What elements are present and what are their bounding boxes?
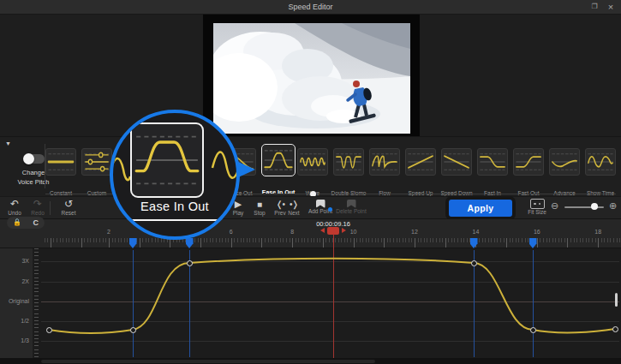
reset-label: Reset — [53, 210, 84, 216]
preset-wave[interactable]: Wave — [297, 148, 328, 176]
ruler-number: 16 — [534, 229, 540, 235]
preset-thumbnail[interactable] — [333, 148, 364, 176]
ruler-number: 14 — [472, 229, 479, 235]
preset-thumbnail[interactable] — [297, 148, 328, 176]
speed-curve-editor[interactable]: 3X2XOriginal1/21/31/4 — [0, 248, 621, 358]
toolbar: ↶ Undo ↷ Redo ↺ Reset ▶ Play ■ Stop ❬• P… — [0, 196, 621, 219]
ruler-number: 2 — [107, 229, 110, 235]
preset-custom[interactable]: Custom — [81, 148, 112, 176]
voice-pitch-label-line2: Voice Pitch — [5, 178, 62, 186]
preset-thumbnail[interactable] — [477, 148, 508, 176]
horizontal-scrollbar-track[interactable] — [0, 358, 621, 364]
preset-thumbnail[interactable] — [405, 148, 436, 176]
fit-size-button[interactable]: Fit Size — [522, 199, 552, 215]
zoom-out-icon[interactable]: ⊖ — [551, 200, 558, 212]
reset-button[interactable]: ↺ Reset — [53, 199, 84, 216]
add-point-flag-icon — [316, 200, 325, 208]
preset-speed-down[interactable]: Speed Down — [441, 148, 472, 176]
speed-curve — [0, 248, 621, 358]
ruler-number: 18 — [594, 229, 601, 235]
fit-size-label: Fit Size — [522, 209, 552, 215]
preset-thumbnail[interactable] — [549, 148, 580, 176]
keyframe-dot[interactable] — [530, 327, 536, 333]
keyframe-dot[interactable] — [46, 327, 52, 333]
preset-ease-in-out[interactable]: Ease In Out — [261, 144, 296, 176]
delete-point-button[interactable]: Delete Point — [336, 199, 367, 214]
redo-button[interactable]: ↷ Redo — [22, 199, 53, 216]
ruler-number: 6 — [230, 229, 233, 235]
keyframe-dot[interactable] — [612, 326, 618, 332]
ruler-number: 8 — [290, 229, 294, 235]
close-icon[interactable]: × — [603, 0, 618, 15]
preset-thumbnail[interactable] — [45, 148, 76, 176]
window-title: Speed Editor — [0, 0, 621, 15]
magnified-ease-in-out-curve — [132, 124, 202, 196]
ruler-number: 12 — [411, 229, 418, 235]
preset-thumbnail[interactable] — [369, 148, 400, 176]
redo-label: Redo — [22, 210, 53, 216]
toggle-knob[interactable] — [23, 153, 34, 164]
delete-point-flag-icon — [347, 200, 356, 208]
magnified-scrollbar-line — [120, 219, 230, 221]
add-point-button[interactable]: Add Point — [305, 199, 336, 214]
collapse-triangle-icon[interactable]: ▼ — [5, 140, 11, 146]
redo-icon: ↷ — [22, 199, 53, 210]
playhead-right-arrow-icon[interactable] — [342, 228, 346, 233]
preset-speed-up[interactable]: Speed Up — [405, 148, 436, 176]
magnifier-label: Ease In Out — [113, 200, 236, 213]
loop-icon[interactable]: C — [33, 218, 39, 228]
add-point-plus-dot — [328, 207, 332, 212]
zoom-in-icon[interactable]: ⊕ — [609, 200, 617, 212]
lock-icon[interactable]: 🔒 — [13, 218, 21, 228]
preset-fast-in[interactable]: Fast In — [477, 148, 508, 176]
delete-point-label: Delete Point — [336, 208, 367, 214]
reset-icon: ↺ — [53, 199, 84, 210]
speed-editor-window: Speed Editor ❐ × — [0, 0, 621, 364]
lock-loop-pill: 🔒 C — [7, 217, 45, 229]
preset-fast-out[interactable]: Fast Out — [513, 148, 544, 176]
vertical-scrollbar-handle[interactable] — [615, 293, 618, 307]
preset-thumbnail[interactable] — [261, 144, 296, 176]
preset-constant[interactable]: Constant — [45, 148, 76, 176]
video-frame — [203, 15, 420, 136]
horizontal-scrollbar-handle[interactable] — [41, 360, 375, 363]
playhead-line-upper — [333, 234, 334, 248]
zoom-slider-track[interactable] — [564, 206, 604, 208]
zoom-slider-knob[interactable] — [591, 203, 598, 210]
ruler-number: 10 — [350, 229, 357, 235]
preset-advance[interactable]: Advance — [549, 148, 580, 176]
magnified-left-neighbor-fragment — [110, 144, 130, 195]
preset-area: ▼ Change Voice Pitch Constant Custom — [0, 136, 621, 196]
keyframe-dot[interactable] — [130, 327, 136, 333]
magnifier-lens: Ease In Out — [110, 110, 240, 240]
preset-thumbnail[interactable] — [513, 148, 544, 176]
preset-double-slomo[interactable]: Double Slomo — [333, 148, 364, 176]
magnifier-pointer-arrow-icon — [236, 161, 255, 178]
video-preview-snowboarder — [213, 23, 410, 134]
fit-size-icon — [530, 199, 545, 209]
title-bar: Speed Editor ❐ × — [0, 0, 621, 15]
keyframe-dot[interactable] — [471, 260, 477, 266]
preset-thumbnail[interactable] — [441, 148, 472, 176]
time-ruler[interactable]: 00:00:09.16 24681012141618 — [0, 219, 621, 248]
playhead-left-arrow-icon[interactable] — [320, 228, 325, 233]
preset-show-time[interactable]: Show Time — [585, 148, 616, 176]
preset-thumbnail[interactable] — [81, 148, 112, 176]
apply-button[interactable]: Apply — [449, 200, 512, 217]
maximize-icon[interactable]: ❐ — [587, 0, 602, 15]
keyframe-dot[interactable] — [187, 260, 193, 266]
toolbar-separator — [50, 201, 51, 215]
preset-flow[interactable]: Flow — [369, 148, 400, 176]
magnified-ease-in-out-thumbnail — [130, 122, 204, 198]
preset-thumbnail[interactable] — [585, 148, 616, 176]
voice-pitch-toggle[interactable] — [25, 154, 45, 164]
preview-stage — [0, 15, 621, 136]
